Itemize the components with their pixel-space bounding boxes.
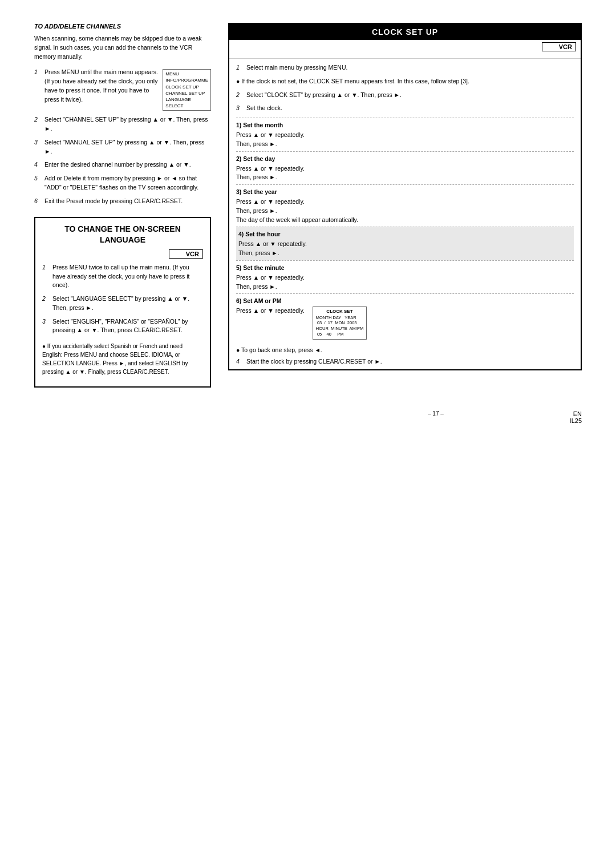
clock-step2-text: Select "CLOCK SET" by pressing ▲ or ▼. T… bbox=[246, 91, 402, 100]
lang-step-num-2: 2 bbox=[42, 295, 49, 313]
set-ampm-text: Press ▲ or ▼ repeatedly. bbox=[236, 306, 305, 316]
clock-step-num-3: 3 bbox=[236, 104, 243, 113]
clock-setup-section: CLOCK SET UP VCR 1 Select main menu by p… bbox=[228, 23, 582, 370]
language-vcr-badge: VCR bbox=[169, 249, 203, 259]
clock-step3-text: Set the clock. bbox=[246, 104, 282, 113]
set-minute-section: 5) Set the minute Press ▲ or ▼ repeatedl… bbox=[236, 260, 574, 294]
step4-text: Enter the desired channel number by pres… bbox=[44, 160, 211, 170]
set-ampm-section: 6) Set AM or PM Press ▲ or ▼ repeatedly.… bbox=[236, 293, 574, 341]
add-delete-intro: When scanning, some channels may be skip… bbox=[34, 34, 211, 61]
clock-main-step-2: 2 Select "CLOCK SET" by pressing ▲ or ▼.… bbox=[236, 91, 574, 100]
clock-step1-text: Select main menu by pressing MENU. bbox=[246, 63, 347, 72]
add-delete-step-1: 1 Press MENU until the main menu appears… bbox=[34, 68, 211, 111]
clock-final-step-text: Start the clock by pressing CLEAR/C.RESE… bbox=[246, 358, 382, 365]
step-num-2: 2 bbox=[34, 115, 41, 134]
goto-note: ● To go back one step, press ◄. bbox=[236, 346, 574, 353]
language-steps: 1 Press MENU twice to call up the main m… bbox=[42, 263, 203, 335]
language-section-title: TO CHANGE THE ON-SCREEN LANGUAGE bbox=[42, 224, 203, 244]
set-hour-instruction: Press ▲ or ▼ repeatedly. Then, press ►. bbox=[238, 240, 572, 258]
lang-step-num-1: 1 bbox=[42, 263, 49, 290]
footer-left bbox=[34, 410, 302, 424]
lang-step-1: 1 Press MENU twice to call up the main m… bbox=[42, 263, 203, 290]
lang-step-num-3: 3 bbox=[42, 317, 49, 336]
set-year-section: 3) Set the year Press ▲ or ▼ repeatedly.… bbox=[236, 184, 574, 227]
clock-final-step-num: 4 bbox=[236, 358, 243, 365]
step6-text: Exit the Preset mode by pressing CLEAR/C… bbox=[44, 197, 211, 206]
step-num-4: 4 bbox=[34, 160, 41, 170]
add-delete-step-2: 2 Select "CHANNEL SET UP" by pressing ▲ … bbox=[34, 115, 211, 134]
menu-display-box: MENUINFO/PROGRAMMECLOCK SET UPCHANNEL SE… bbox=[163, 69, 211, 111]
step-num-6: 6 bbox=[34, 197, 41, 206]
page-footer: – 17 – EN IL25 bbox=[34, 410, 582, 424]
add-delete-step-4: 4 Enter the desired channel number by pr… bbox=[34, 160, 211, 170]
right-column: CLOCK SET UP VCR 1 Select main menu by p… bbox=[228, 23, 582, 388]
set-year-label: 3) Set the year bbox=[236, 188, 574, 195]
add-delete-step-5: 5 Add or Delete it from memory by pressi… bbox=[34, 174, 211, 192]
footer-page-num: – 17 – bbox=[302, 410, 569, 424]
step5-text: Add or Delete it from memory by pressing… bbox=[44, 174, 211, 192]
footer-model-num: IL25 bbox=[570, 417, 582, 424]
clock-step-num-1: 1 bbox=[236, 63, 243, 72]
clock-vcr-row: VCR bbox=[229, 40, 581, 59]
set-month-section: 1) Set the month Press ▲ or ▼ repeatedly… bbox=[236, 118, 574, 151]
lang-step-2: 2 Select "LANGUAGE SELECT" by pressing ▲… bbox=[42, 295, 203, 313]
step-num-3: 3 bbox=[34, 138, 41, 156]
add-delete-step-6: 6 Exit the Preset mode by pressing CLEAR… bbox=[34, 197, 211, 206]
set-hour-section: 4) Set the hour Press ▲ or ▼ repeatedly.… bbox=[236, 227, 574, 260]
clock-vcr-badge: VCR bbox=[542, 42, 576, 51]
step1-text: Press MENU until the main menu appears.(… bbox=[44, 68, 159, 104]
clock-final-step: 4 Start the clock by pressing CLEAR/C.RE… bbox=[236, 358, 574, 365]
step-num-1: 1 bbox=[34, 68, 41, 111]
clock-main-step-3: 3 Set the clock. bbox=[236, 104, 574, 113]
clock-display-box: CLOCK SET MONTH DAY YEAR 03 / 17 MON 200… bbox=[313, 306, 367, 339]
set-day-section: 2) Set the day Press ▲ or ▼ repeatedly. … bbox=[236, 151, 574, 185]
left-column: TO ADD/DELETE CHANNELS When scanning, so… bbox=[34, 23, 211, 388]
step-num-5: 5 bbox=[34, 174, 41, 192]
lang-step-3: 3 Select "ENGLISH", "FRANCAIS" or "ESPAÑ… bbox=[42, 317, 203, 336]
lang-bullet-note: ● If you accidentally select Spanish or … bbox=[42, 342, 203, 376]
clock-main-step-1: 1 Select main menu by pressing MENU. bbox=[236, 63, 574, 72]
footer-lang-code: EN bbox=[573, 410, 582, 417]
set-minute-label: 5) Set the minute bbox=[236, 264, 574, 271]
clock-setup-title: CLOCK SET UP bbox=[229, 24, 581, 40]
set-day-label: 2) Set the day bbox=[236, 155, 574, 162]
clock-note-text: ● If the clock is not set, the CLOCK SET… bbox=[236, 77, 574, 86]
footer-lang-model: EN IL25 bbox=[570, 410, 582, 424]
set-ampm-label: 6) Set AM or PM bbox=[236, 297, 574, 304]
add-delete-title: TO ADD/DELETE CHANNELS bbox=[34, 23, 211, 30]
clock-step-num-2: 2 bbox=[236, 91, 243, 100]
step3-text: Select "MANUAL SET UP" by pressing ▲ or … bbox=[44, 138, 211, 156]
step2-text: Select "CHANNEL SET UP" by pressing ▲ or… bbox=[44, 115, 211, 134]
set-month-instruction: Press ▲ or ▼ repeatedly. Then, press ►. bbox=[236, 131, 574, 149]
set-day-instruction: Press ▲ or ▼ repeatedly. Then, press ►. bbox=[236, 164, 574, 183]
set-ampm-instruction: Press ▲ or ▼ repeatedly. CLOCK SET MONTH… bbox=[236, 306, 574, 339]
add-delete-step-3: 3 Select "MANUAL SET UP" by pressing ▲ o… bbox=[34, 138, 211, 156]
lang-step3-text: Select "ENGLISH", "FRANCAIS" or "ESPAÑOL… bbox=[52, 317, 203, 336]
set-year-instruction: Press ▲ or ▼ repeatedly. Then, press ►. … bbox=[236, 197, 574, 224]
lang-step1-text: Press MENU twice to call up the main men… bbox=[52, 263, 203, 290]
lang-step2-text: Select "LANGUAGE SELECT" by pressing ▲ o… bbox=[52, 295, 203, 313]
clock-body: 1 Select main menu by pressing MENU. ● I… bbox=[229, 59, 581, 369]
set-month-label: 1) Set the month bbox=[236, 122, 574, 128]
set-minute-instruction: Press ▲ or ▼ repeatedly. Then, press ►. bbox=[236, 273, 574, 292]
page-content: TO ADD/DELETE CHANNELS When scanning, so… bbox=[34, 23, 582, 388]
set-hour-label: 4) Set the hour bbox=[238, 231, 572, 237]
step1-content: Press MENU until the main menu appears.(… bbox=[44, 68, 211, 111]
language-section: TO CHANGE THE ON-SCREEN LANGUAGE VCR 1 P… bbox=[34, 217, 211, 388]
add-delete-steps: 1 Press MENU until the main menu appears… bbox=[34, 68, 211, 205]
